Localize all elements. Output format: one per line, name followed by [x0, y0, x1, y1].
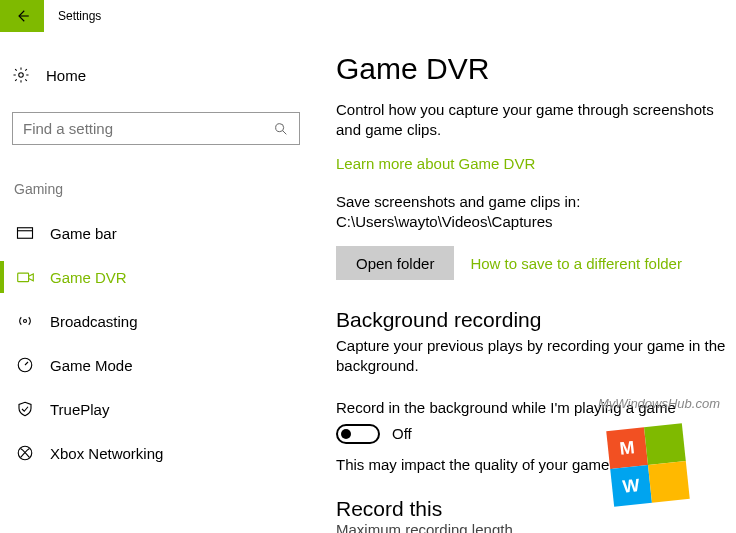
window-icon	[16, 226, 50, 240]
svg-point-4	[24, 320, 27, 323]
search-icon	[273, 121, 289, 137]
sidebar-item-label: Game DVR	[50, 269, 127, 286]
home-label: Home	[46, 67, 86, 84]
open-folder-button[interactable]: Open folder	[336, 246, 454, 280]
content-area: Game DVR Control how you capture your ga…	[316, 32, 736, 533]
watermark-text: MyWindowsHub.com	[598, 396, 720, 411]
bg-toggle[interactable]	[336, 424, 380, 444]
back-button[interactable]	[0, 0, 44, 32]
sidebar-item-label: TruePlay	[50, 401, 109, 418]
sidebar-item-game-mode[interactable]: Game Mode	[12, 343, 304, 387]
section-label: Gaming	[12, 181, 304, 197]
save-path-text: Save screenshots and game clips in: C:\U…	[336, 192, 736, 233]
sidebar-item-label: Broadcasting	[50, 313, 138, 330]
sidebar: Home Gaming Game bar Game DVR Broa	[0, 32, 316, 533]
sidebar-item-trueplay[interactable]: TruePlay	[12, 387, 304, 431]
svg-rect-3	[18, 273, 29, 282]
record-this-heading: Record this	[336, 497, 736, 521]
sidebar-item-label: Xbox Networking	[50, 445, 163, 462]
broadcast-icon	[16, 312, 50, 330]
camera-icon	[16, 270, 50, 284]
sidebar-item-game-dvr[interactable]: Game DVR	[12, 255, 304, 299]
how-to-save-link[interactable]: How to save to a different folder	[470, 255, 682, 272]
sidebar-item-broadcasting[interactable]: Broadcasting	[12, 299, 304, 343]
sidebar-item-label: Game Mode	[50, 357, 133, 374]
app-title: Settings	[58, 9, 101, 23]
meter-icon	[16, 356, 50, 374]
settings-icon	[12, 66, 46, 84]
learn-more-link[interactable]: Learn more about Game DVR	[336, 155, 535, 172]
sidebar-item-game-bar[interactable]: Game bar	[12, 211, 304, 255]
bg-impact-note: This may impact the quality of your game…	[336, 456, 736, 473]
xbox-icon	[16, 444, 50, 462]
record-this-cutoff: Maximum recording length	[336, 521, 736, 534]
home-button[interactable]: Home	[12, 60, 304, 90]
bg-recording-heading: Background recording	[336, 308, 736, 332]
search-input[interactable]	[23, 120, 273, 137]
bg-recording-desc: Capture your previous plays by recording…	[336, 336, 736, 377]
sidebar-item-xbox-networking[interactable]: Xbox Networking	[12, 431, 304, 475]
svg-point-0	[19, 73, 24, 78]
intro-text: Control how you capture your game throug…	[336, 100, 736, 141]
sidebar-item-label: Game bar	[50, 225, 117, 242]
search-box[interactable]	[12, 112, 300, 145]
svg-point-1	[276, 123, 284, 131]
svg-rect-2	[18, 228, 33, 239]
bg-toggle-state: Off	[392, 425, 412, 442]
shield-check-icon	[16, 400, 50, 418]
page-title: Game DVR	[336, 52, 736, 86]
